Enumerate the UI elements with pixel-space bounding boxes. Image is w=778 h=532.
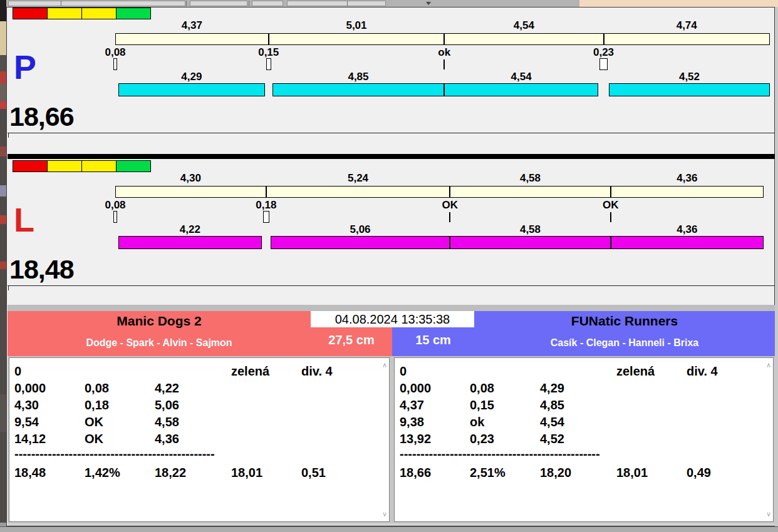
result-cell: 0 xyxy=(400,364,407,379)
result-cell: 9,54 xyxy=(14,415,39,429)
split-time-label: 5,24 xyxy=(266,172,450,185)
pass-interval-marker xyxy=(263,211,269,223)
result-cell: 0,23 xyxy=(470,432,494,446)
result-separator: ----------------------------------------… xyxy=(400,447,600,461)
result-cell: zelená xyxy=(616,364,655,379)
results-top-band xyxy=(8,305,775,311)
result-text-area-right[interactable]: ∧ ∨ 0zelenádiv. 40,0000,084,294,370,154,… xyxy=(394,357,774,522)
result-cell: 4,37 xyxy=(400,398,424,412)
scroll-down-icon[interactable]: ∨ xyxy=(382,511,387,518)
lane-divider-bar xyxy=(8,154,775,159)
result-total-cell: 18,66 xyxy=(400,466,431,480)
result-cell: 5,06 xyxy=(155,398,179,412)
result-total-cell: 18,01 xyxy=(231,466,262,480)
result-cell: ok xyxy=(470,415,484,429)
result-cell: div. 4 xyxy=(301,364,333,379)
datetime-box: 04.08.2024 13:35:38 xyxy=(311,311,474,327)
result-separator: ----------------------------------------… xyxy=(14,447,215,461)
result-cell: 4,54 xyxy=(540,415,564,429)
scroll-up-icon[interactable]: ∧ xyxy=(382,362,387,369)
result-cell: 4,58 xyxy=(155,415,179,429)
result-total-cell: 18,22 xyxy=(155,466,186,480)
result-total-cell: 0,51 xyxy=(301,466,326,480)
screen: 4,375,014,544,740,080,15ok0,234,294,854,… xyxy=(0,0,778,532)
result-cell: zelená xyxy=(231,364,269,379)
split-time-label: 4,36 xyxy=(611,172,764,185)
result-total-cell: 0,49 xyxy=(687,466,711,480)
result-cell: 0,18 xyxy=(85,398,109,412)
result-cell: div. 4 xyxy=(687,364,718,379)
split-time-label: 4,30 xyxy=(115,172,266,185)
legend-cell xyxy=(13,160,48,172)
result-cell: 0 xyxy=(14,364,21,379)
result-cell: 4,36 xyxy=(155,432,179,446)
dog-time-label: 4,58 xyxy=(450,223,610,236)
footer-bar xyxy=(0,526,778,532)
split-bar-divider xyxy=(449,186,450,198)
jump-height-left: 27,5 cm xyxy=(311,328,392,352)
lane-letter: L xyxy=(14,200,34,239)
ruler-line xyxy=(8,285,775,286)
pass-interval-marker xyxy=(113,211,117,223)
split-bar xyxy=(115,186,764,198)
pass-time-label: 0,18 xyxy=(238,199,294,212)
legend-cell xyxy=(47,160,82,172)
result-cell: 0,08 xyxy=(85,381,109,396)
window-bottom-strip xyxy=(8,523,775,526)
result-text-area-left[interactable]: ∧ ∨ 0zelenádiv. 40,0000,084,224,300,185,… xyxy=(9,357,390,522)
pass-time-label: OK xyxy=(583,199,639,212)
result-cell: 4,30 xyxy=(14,398,39,412)
legend-cell xyxy=(116,160,151,172)
split-bar-divider xyxy=(266,186,267,198)
team-name-left: Manic Dogs 2 xyxy=(8,314,311,329)
result-cell: OK xyxy=(85,415,103,429)
pass-ok-marker xyxy=(449,212,450,222)
legend-cell xyxy=(81,160,117,172)
ruler-tick xyxy=(8,286,9,290)
dog-time-bar xyxy=(611,236,764,249)
dog-time-label: 4,36 xyxy=(611,223,764,236)
team-name-right: FUNatic Runners xyxy=(474,314,775,329)
result-cell: 4,85 xyxy=(540,398,564,412)
result-cell: 0,000 xyxy=(14,381,46,396)
result-total-cell: 1,42% xyxy=(85,466,120,480)
dog-time-bar xyxy=(271,236,450,249)
result-cell: 4,29 xyxy=(540,381,564,396)
result-cell: 14,12 xyxy=(14,432,46,446)
pass-ok-marker xyxy=(610,212,611,222)
dog-time-label: 5,06 xyxy=(271,223,450,236)
dog-time-bar xyxy=(118,236,262,249)
result-cell: 9,38 xyxy=(400,415,424,429)
result-cell: OK xyxy=(85,432,103,446)
split-time-label: 4,58 xyxy=(450,172,610,185)
result-cell: 0,08 xyxy=(470,381,494,396)
result-total-cell: 18,20 xyxy=(540,466,571,480)
scroll-down-icon[interactable]: ∨ xyxy=(766,511,771,518)
dog-time-bar xyxy=(450,236,610,249)
dog-time-label: 4,22 xyxy=(118,223,262,236)
result-total-cell: 18,48 xyxy=(14,466,46,480)
result-total-cell: 18,01 xyxy=(616,466,648,480)
team-members-right: Casík - Clegan - Hanneli - Brixa xyxy=(474,337,775,349)
pass-time-label: OK xyxy=(422,199,478,212)
result-cell: 0,000 xyxy=(400,381,431,396)
result-cell: 0,15 xyxy=(470,398,494,412)
jump-height-right: 15 cm xyxy=(392,328,474,352)
pass-time-label: 0,08 xyxy=(87,199,143,212)
result-total-cell: 2,51% xyxy=(470,466,506,480)
scroll-up-icon[interactable]: ∧ xyxy=(766,362,771,369)
result-cell: 13,92 xyxy=(400,432,431,446)
result-cell: 4,22 xyxy=(155,381,179,396)
team-members-left: Dodge - Spark - Alvin - Sajmon xyxy=(8,337,311,349)
lane-total-time: 18,48 xyxy=(9,254,74,285)
split-bar-divider xyxy=(610,186,611,198)
datetime-text: 04.08.2024 13:35:38 xyxy=(335,312,450,326)
result-cell: 4,52 xyxy=(540,432,564,446)
